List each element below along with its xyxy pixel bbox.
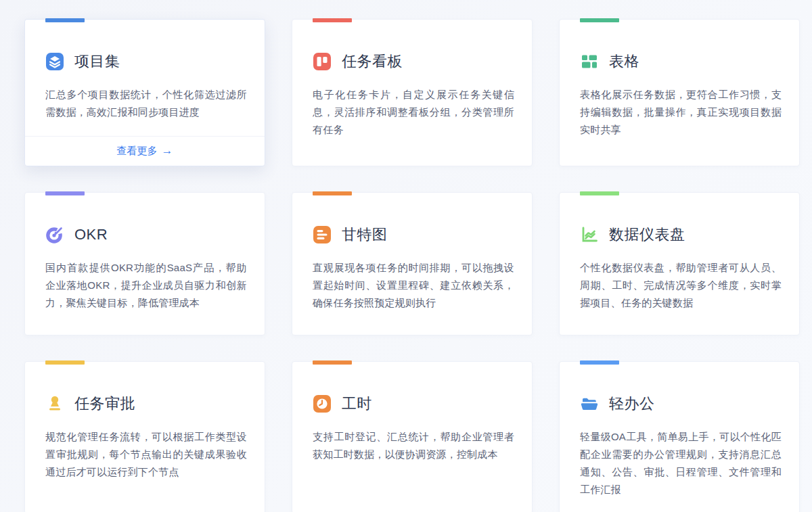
open-folder-icon: [580, 394, 599, 413]
clock-icon: [313, 394, 332, 413]
card-title: 项目集: [74, 52, 120, 71]
feature-card-okr[interactable]: OKR 国内首款提供OKR功能的SaaS产品，帮助企业落地OKR，提升企业成员自…: [24, 192, 265, 335]
accent-bar: [313, 191, 352, 195]
feature-card-light-office[interactable]: 轻办公 轻量级OA工具，简单易上手，可以个性化匹配企业需要的办公管理规则，支持消…: [559, 361, 800, 512]
feature-card-grid: 项目集 汇总多个项目数据统计，个性化筛选过滤所需数据，高效汇报和同步项目进度 查…: [24, 19, 800, 512]
view-more-link[interactable]: 查看更多 →: [117, 145, 173, 158]
arrow-right-icon: →: [162, 145, 173, 156]
feature-card-work-hours[interactable]: 工时 支持工时登记、汇总统计，帮助企业管理者获知工时数据，以便协调资源，控制成本: [292, 361, 533, 512]
card-description: 电子化任务卡片，自定义展示任务关键信息，灵活排序和调整看板分组，分类管理所有任务: [313, 86, 514, 139]
accent-bar: [580, 360, 619, 365]
feature-card-task-board[interactable]: 任务看板 电子化任务卡片，自定义展示任务关键信息，灵活排序和调整看板分组，分类管…: [292, 19, 533, 166]
accent-bar: [580, 191, 619, 195]
accent-bar: [313, 18, 352, 22]
card-title: 任务看板: [342, 52, 403, 71]
accent-bar: [45, 360, 85, 365]
card-footer: 查看更多 →: [25, 136, 265, 166]
card-title: OKR: [74, 225, 108, 244]
card-description: 轻量级OA工具，简单易上手，可以个性化匹配企业需要的办公管理规则，支持消息汇总通…: [580, 428, 782, 498]
card-title: 数据仪表盘: [609, 225, 685, 244]
line-chart-icon: [580, 225, 599, 244]
card-title: 甘特图: [342, 225, 388, 244]
feature-card-task-approval[interactable]: 任务审批 规范化管理任务流转，可以根据工作类型设置审批规则，每个节点输出的关键成…: [24, 361, 265, 512]
stamp-icon: [45, 394, 64, 413]
feature-card-gantt[interactable]: 甘特图 直观展现各项任务的时间排期，可以拖拽设置起始时间、设置里程碑、建立依赖关…: [292, 192, 533, 335]
card-description: 规范化管理任务流转，可以根据工作类型设置审批规则，每个节点输出的关键成果验收通过…: [45, 428, 247, 481]
card-description: 直观展现各项任务的时间排期，可以拖拽设置起始时间、设置里程碑、建立依赖关系，确保…: [313, 259, 514, 312]
feature-card-dashboard[interactable]: 数据仪表盘 个性化数据仪表盘，帮助管理者可从人员、周期、工时、完成情况等多个维度…: [559, 192, 800, 335]
accent-bar: [45, 191, 85, 195]
card-description: 支持工时登记、汇总统计，帮助企业管理者获知工时数据，以便协调资源，控制成本: [313, 428, 514, 463]
kanban-icon: [313, 52, 332, 71]
feature-card-table[interactable]: 表格 表格化展示任务数据，更符合工作习惯，支持编辑数据，批量操作，真正实现项目数…: [559, 19, 800, 166]
card-description: 汇总多个项目数据统计，个性化筛选过滤所需数据，高效汇报和同步项目进度: [45, 86, 247, 121]
card-title: 表格: [609, 52, 639, 71]
accent-bar: [580, 18, 619, 22]
accent-bar: [313, 360, 352, 365]
gantt-icon: [313, 225, 332, 244]
view-more-label: 查看更多: [117, 145, 158, 158]
layers-icon: [45, 52, 64, 71]
card-description: 国内首款提供OKR功能的SaaS产品，帮助企业落地OKR，提升企业成员自驱力和创…: [45, 259, 247, 312]
accent-bar: [45, 18, 85, 22]
card-description: 个性化数据仪表盘，帮助管理者可从人员、周期、工时、完成情况等多个维度，实时掌握项…: [580, 259, 782, 312]
card-title: 工时: [342, 394, 372, 413]
card-title: 轻办公: [609, 394, 655, 413]
feature-card-project-set[interactable]: 项目集 汇总多个项目数据统计，个性化筛选过滤所需数据，高效汇报和同步项目进度 查…: [24, 19, 265, 166]
okr-target-icon: [45, 225, 64, 244]
card-title: 任务审批: [74, 394, 135, 413]
card-description: 表格化展示任务数据，更符合工作习惯，支持编辑数据，批量操作，真正实现项目数据实时…: [580, 86, 782, 139]
table-grid-icon: [580, 52, 599, 71]
